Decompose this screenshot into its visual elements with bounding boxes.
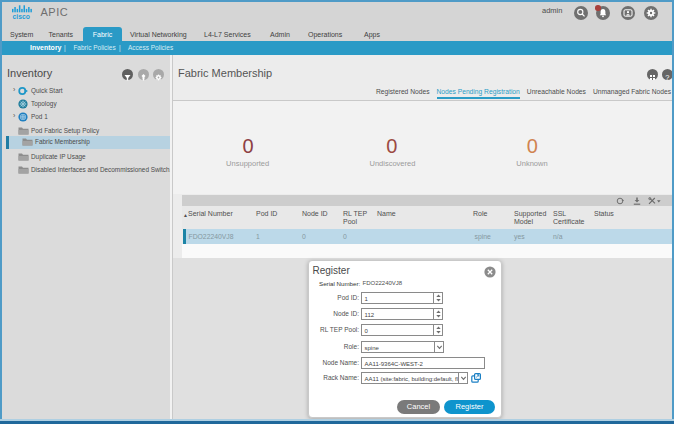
svg-text:cisco: cisco bbox=[13, 13, 30, 20]
svg-text:?: ? bbox=[665, 73, 669, 82]
